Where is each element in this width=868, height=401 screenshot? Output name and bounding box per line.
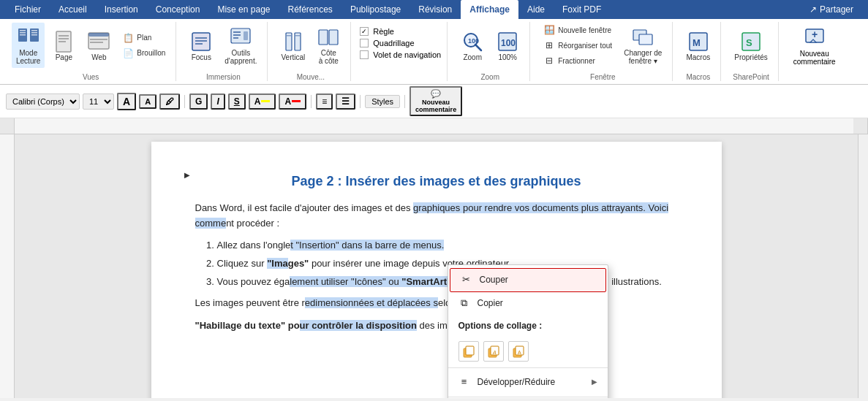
ribbon-body: ModeLecture Page [0,19,868,85]
font-grow-button[interactable]: A [117,93,136,110]
left-ruler [0,134,15,398]
vertical-button[interactable]: Vertical [276,27,309,64]
copy-icon: ⧉ [458,298,470,310]
regle-label: Règle [373,27,394,36]
paste-btn-3[interactable]: A [508,341,529,362]
tab-affichage[interactable]: Affichage [461,0,518,19]
bold-button[interactable]: G [189,93,208,110]
paste-btn-2[interactable]: A [483,341,504,362]
sharepoint-items: S Propriétés [730,22,772,69]
highlight-7: ur contrôler la disposition [300,320,417,331]
tab-revision[interactable]: Révision [410,0,461,19]
zoom-label: Zoom [463,53,482,61]
fractionner-label: Fractionner [558,57,595,65]
nouveau-commentaire-label: Nouveaucommentaire [793,50,836,66]
context-menu: ✂ Couper ⧉ Copier Options de collage : [448,264,608,398]
zoom-100-button[interactable]: 100 100% [491,27,524,64]
svg-text:100: 100 [501,38,516,48]
regle-check[interactable]: ✓ Règle [360,26,441,37]
nouvelle-fenetre-button[interactable]: 🪟 Nouvelle fenêtre [539,23,616,37]
underline-button[interactable]: S [228,93,246,110]
share-button[interactable]: ↗ Partager [801,0,862,19]
tab-insertion[interactable]: Insertion [96,0,147,19]
font-shrink-button[interactable]: A [139,94,156,109]
mode-lecture-button[interactable]: ModeLecture [12,23,45,68]
quadrillage-checkbox[interactable] [360,39,369,47]
focus-button[interactable]: Focus [185,27,217,64]
reorganiser-button[interactable]: ⊞ Réorganiser tout [539,38,616,53]
clear-format-button[interactable]: 🖊 [159,93,180,110]
vertical-label: Vertical [281,53,305,61]
volet-nav-checkbox[interactable] [360,50,369,59]
fractionner-icon: ⊟ [543,55,555,66]
toolbar-sep-1 [184,95,185,108]
styles-button[interactable]: Styles [365,95,400,108]
toolbar-sep-4 [404,95,405,108]
tab-mise-en-page[interactable]: Mise en page [208,0,279,19]
regle-checkbox[interactable]: ✓ [360,27,369,36]
section-marker: ▶ [184,169,190,181]
macros-group-label: Macros [686,70,710,81]
developper-icon: ≡ [458,376,470,388]
svg-line-32 [475,45,481,50]
tab-aide[interactable]: Aide [518,0,554,19]
mouvement-items: Vertical Côteà côte [276,22,344,69]
ctx-couper-label: Couper [480,273,508,287]
ctx-sep-1 [448,367,608,368]
plan-button[interactable]: 📋 Plan [118,31,170,45]
highlight-bar [261,100,270,102]
volet-nav-check[interactable]: Volet de navigation [360,50,441,60]
ctx-couper[interactable]: ✂ Couper [450,268,606,292]
highlight-2: t "Insertion" dans la barre de menus. [290,240,444,251]
right-scrollbar[interactable] [858,134,868,398]
web-button[interactable]: Web [83,27,115,64]
ribbon-group-zoom: 100 Zoom 100 100% Zoom [450,22,530,81]
tab-conception[interactable]: Conception [147,0,209,19]
changer-fenetre-button[interactable]: Changer defenêtre ▾ [619,23,666,68]
paste-btn-1[interactable] [458,341,479,362]
ctx-developper[interactable]: ≡ Développer/Réduire ▶ [448,371,608,394]
cote-a-cote-button[interactable]: Côteà côte [312,23,344,68]
ctx-copier[interactable]: ⧉ Copier [448,292,608,315]
main-area: ▶ Page 2 : Insérer des images et des gra… [0,134,868,398]
svg-rect-6 [31,32,37,34]
tab-fichier[interactable]: Fichier [6,0,50,19]
svg-text:S: S [746,37,752,48]
quadrillage-check[interactable]: Quadrillage [360,38,441,48]
fractionner-button[interactable]: ⊟ Fractionner [539,53,616,68]
ribbon-group-affichage: ✓ Règle Quadrillage Volet de navigation [354,22,448,81]
macros-button[interactable]: M Macros [682,27,714,64]
commentaire-toolbar-label: Nouveaucommentaire [415,99,456,113]
bullet-button[interactable]: ≡ [316,93,333,110]
tab-references[interactable]: Références [279,0,341,19]
zoom-button[interactable]: 100 Zoom [456,27,488,64]
cote-a-cote-label: Côteà côte [319,49,339,65]
highlight-button[interactable]: A [249,93,276,110]
proprietes-button[interactable]: S Propriétés [730,27,772,64]
svg-rect-7 [31,34,37,36]
font-color-button[interactable]: A [279,93,306,110]
numbered-button[interactable]: ☰ [336,93,355,110]
outils-button[interactable]: Outilsd'apprent. [220,23,261,68]
page-button[interactable]: Page [48,27,80,64]
zoom-100-label: 100% [498,53,517,61]
svg-rect-29 [319,30,328,45]
tab-publipostage[interactable]: Publipostage [341,0,410,19]
nouveau-commentaire-button[interactable]: + Nouveaucommentaire [788,22,842,69]
zoom-100-icon: 100 [496,30,519,53]
tab-foxit[interactable]: Foxit PDF [554,0,610,19]
svg-rect-17 [195,37,207,39]
font-family-select[interactable]: Calibri (Corps) [6,93,80,110]
svg-rect-10 [59,38,69,39]
macros-items: M Macros [682,22,714,69]
nouveau-commentaire-toolbar-button[interactable]: 💬 Nouveaucommentaire [410,86,462,116]
brouillon-button[interactable]: 📄 Brouillon [118,46,170,61]
ctx-sep-2 [448,397,608,397]
share-icon: ↗ [809,4,817,15]
proprietes-icon: S [739,30,763,53]
svg-rect-23 [233,37,238,39]
outils-icon [229,26,252,49]
font-size-select[interactable]: 11 [83,93,114,110]
italic-button[interactable]: I [211,93,224,110]
tab-accueil[interactable]: Accueil [50,0,96,19]
